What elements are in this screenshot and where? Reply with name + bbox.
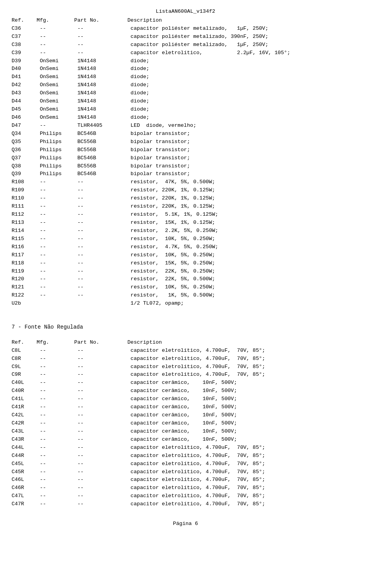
table-row: C44R -- -- capacitor eletrolítico, 4.700… — [12, 452, 359, 460]
top-section-rows: C36 -- -- capacitor poliéster metalizado… — [12, 25, 359, 308]
table-row: C42L -- -- capacitor cerâmico, 10nF, 500… — [12, 411, 359, 419]
table-row: R109 -- -- resistor, 220K, 1%, 0.125W; — [12, 186, 359, 194]
table-row: D39 OnSemi 1N4148 diode; — [12, 57, 359, 65]
bottom-section-rows: C8L -- -- capacitor eletrolítico, 4.700u… — [12, 347, 359, 508]
table-row: D47 -- TLHR4405 LED diode, vermelho; — [12, 122, 359, 130]
table-row: Q38 Philips BC556B bipolar transistor; — [12, 162, 359, 170]
table-row: D45 OnSemi 1N4148 diode; — [12, 106, 359, 114]
table-row: D46 OnSemi 1N4148 diode; — [12, 114, 359, 122]
table-row: C47L -- -- capacitor eletrolítico, 4.700… — [12, 492, 359, 500]
table-row: R116 -- -- resistor, 4.7K, 5%, 0.250W; — [12, 243, 359, 251]
page-title: ListaAN600AL_v134f2 — [12, 8, 359, 16]
table-row: C9L -- -- capacitor eletrolítico, 4.700u… — [12, 363, 359, 371]
table-row: C42R -- -- capacitor cerâmico, 10nF, 500… — [12, 419, 359, 428]
table-row: Q34 Philips BC546B bipolar transistor; — [12, 130, 359, 138]
table-row: C36 -- -- capacitor poliéster metalizado… — [12, 25, 359, 33]
table-row: R121 -- -- resistor, 10K, 5%, 0.250W; — [12, 283, 359, 291]
table-row: C8R -- -- capacitor eletrolítico, 4.700u… — [12, 355, 359, 363]
table-row: C41R -- -- capacitor cerâmico, 10nF, 500… — [12, 403, 359, 411]
table-row: C46L -- -- capacitor eletrolítico, 4.700… — [12, 476, 359, 484]
table-row: R114 -- -- resistor, 2.2K, 5%, 0.250W; — [12, 227, 359, 235]
table-row: C44L -- -- capacitor eletrolítico, 4.700… — [12, 444, 359, 452]
table-row: C40L -- -- capacitor cerâmico, 10nF, 500… — [12, 379, 359, 387]
table-row: D44 OnSemi 1N4148 diode; — [12, 97, 359, 106]
table-row: C38 -- -- capacitor poliéster metalizado… — [12, 41, 359, 49]
table-row: R108 -- -- resistor, 47K, 5%, 0.500W; — [12, 178, 359, 186]
table-row: D41 OnSemi 1N4148 diode; — [12, 73, 359, 81]
table-row: C47R -- -- capacitor eletrolítico, 4.700… — [12, 500, 359, 508]
table-row: D43 OnSemi 1N4148 diode; — [12, 89, 359, 97]
table-row: Q37 Philips BC546B bipolar transistor; — [12, 154, 359, 162]
table-row: R118 -- -- resistor, 15K, 5%, 0.250W; — [12, 259, 359, 268]
table-row: C43L -- -- capacitor cerâmico, 10nF, 500… — [12, 428, 359, 436]
table-row: R115 -- -- resistor, 10K, 5%, 0.250W; — [12, 235, 359, 243]
table-row: R119 -- -- resistor, 22K, 5%, 0.250W; — [12, 268, 359, 276]
table-row: Q39 Philips BC546B bipolar transistor; — [12, 170, 359, 178]
table-row: C46R -- -- capacitor eletrolítico, 4.700… — [12, 484, 359, 492]
section-bottom-heading: 7 - Fonte Não Regulada — [12, 323, 359, 332]
table-row: R120 -- -- resistor, 22K, 5%, 0.500W; — [12, 275, 359, 283]
table-row: D40 OnSemi 1N4148 diode; — [12, 65, 359, 73]
table-row: U2b 1/2 TL072, opamp; — [12, 300, 359, 308]
table-row: C39 -- -- capacitor eletrolítico, 2.2µF,… — [12, 49, 359, 57]
table-row: Q35 Philips BC556B bipolar transistor; — [12, 138, 359, 146]
table-row: C9R -- -- capacitor eletrolítico, 4.700u… — [12, 371, 359, 379]
table-row: Q36 Philips BC556B bipolar transistor; — [12, 146, 359, 154]
table-row: R113 -- -- resistor, 15K, 1%, 0.125W; — [12, 219, 359, 227]
table-row: C40R -- -- capacitor cerâmico, 10nF, 500… — [12, 387, 359, 395]
table-row: D42 OnSemi 1N4148 diode; — [12, 81, 359, 89]
bottom-section-header: Ref. Mfg. Part No. Description — [12, 339, 359, 347]
table-row: C37 -- -- capacitor poliéster metalizado… — [12, 33, 359, 41]
table-row: C45R -- -- capacitor eletrolítico, 4.700… — [12, 468, 359, 476]
table-row: C43R -- -- capacitor cerâmico, 10nF, 500… — [12, 436, 359, 444]
page-footer: Página 6 — [12, 520, 359, 528]
table-row: C45L -- -- capacitor eletrolítico, 4.700… — [12, 460, 359, 468]
table-row: C8L -- -- capacitor eletrolítico, 4.700u… — [12, 347, 359, 355]
table-row: R117 -- -- resistor, 10K, 5%, 0.250W; — [12, 251, 359, 259]
table-row: R111 -- -- resistor, 220K, 1%, 0.125W; — [12, 203, 359, 211]
top-section-header: Ref. Mfg. Part No. Description — [12, 17, 359, 25]
table-row: R110 -- -- resistor, 220K, 1%, 0.125W; — [12, 194, 359, 203]
table-row: R122 -- -- resistor, 1K, 5%, 0.500W; — [12, 291, 359, 300]
table-row: R112 -- -- resistor, 5.1K, 1%, 0.125W; — [12, 211, 359, 219]
table-row: C41L -- -- capacitor cerâmico, 10nF, 500… — [12, 395, 359, 403]
